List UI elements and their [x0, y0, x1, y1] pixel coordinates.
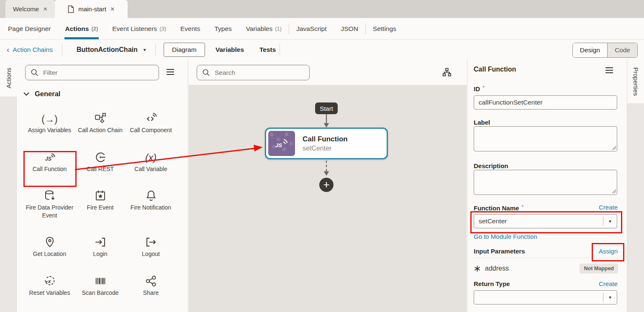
- call-function-icon: JS: [44, 147, 56, 164]
- node-subtitle: setCenter: [303, 145, 348, 152]
- call-component-icon: [145, 108, 157, 125]
- action-item-call-rest[interactable]: Call REST: [75, 147, 126, 173]
- action-item-label: Call Function: [33, 165, 67, 173]
- hierarchy-layout-icon[interactable]: [442, 67, 452, 77]
- create-return-type-link[interactable]: Create: [599, 280, 618, 287]
- filter-field[interactable]: [25, 65, 159, 80]
- action-item-label: Reset Variables: [29, 289, 70, 297]
- back-to-action-chains-link[interactable]: ‹ Action Chains: [7, 40, 53, 60]
- action-item-label: Assign Variables: [28, 126, 71, 134]
- code-mode-button[interactable]: Code: [607, 43, 637, 57]
- get-location-icon: [44, 232, 56, 248]
- properties-vertical-tab[interactable]: Properties: [627, 60, 644, 103]
- vertical-tab-label: Properties: [632, 67, 639, 96]
- node-title: Call Function: [303, 135, 348, 143]
- action-chain-canvas[interactable]: Start JS Call Function setCenter +: [189, 85, 467, 312]
- document-icon: [68, 5, 74, 13]
- tab-label: main-start: [78, 5, 106, 13]
- js-function-icon: JS: [268, 131, 295, 156]
- action-item-login[interactable]: Login: [75, 232, 126, 258]
- description-textarea[interactable]: [474, 170, 617, 195]
- return-type-select[interactable]: ▾: [474, 290, 617, 304]
- create-function-link[interactable]: Create: [599, 204, 618, 211]
- nav-settings[interactable]: Settings: [366, 18, 403, 39]
- action-item-reset-variables[interactable]: x Reset Variables: [24, 271, 75, 297]
- view-variables-button[interactable]: Variables: [216, 40, 244, 60]
- call-rest-icon: [94, 147, 107, 164]
- tab-main-start[interactable]: main-start ×: [55, 0, 128, 18]
- action-item-label: Fire Notification: [131, 204, 171, 212]
- chevron-down-icon: [23, 92, 29, 96]
- action-item-label: Call REST: [87, 165, 114, 173]
- nav-actions[interactable]: Actions(2): [58, 18, 105, 39]
- add-action-button[interactable]: +: [319, 178, 334, 192]
- assign-link[interactable]: Assign: [599, 248, 618, 255]
- go-to-module-function-link[interactable]: Go to Module Function: [474, 233, 537, 240]
- nav-javascript[interactable]: JavaScript: [289, 18, 334, 39]
- flow-connectors: [189, 85, 467, 312]
- description-field-label: Description: [474, 162, 508, 169]
- nav-json[interactable]: JSON: [334, 18, 365, 39]
- action-item-label: Call Action Chain: [78, 126, 123, 134]
- label-textarea[interactable]: [474, 126, 617, 151]
- id-field-label: ID*: [474, 84, 485, 92]
- return-type-label: Return Type: [474, 280, 510, 287]
- action-item-assign-variables[interactable]: (→) Assign Variables: [24, 108, 75, 134]
- fire-notification-icon: [145, 185, 157, 202]
- action-item-call-action-chain[interactable]: Call Action Chain: [75, 108, 126, 134]
- properties-menu-icon[interactable]: [605, 66, 614, 74]
- close-icon[interactable]: ×: [110, 5, 115, 13]
- action-item-fire-event[interactable]: Fire Event: [75, 185, 126, 219]
- nav-types[interactable]: Types: [207, 18, 239, 39]
- close-icon[interactable]: ×: [43, 5, 47, 13]
- nav-page-designer[interactable]: Page Designer: [1, 18, 58, 39]
- action-item-label: Call Variable: [134, 165, 167, 173]
- call-action-chain-icon: [94, 108, 107, 125]
- action-item-fire-data-provider-event[interactable]: Fire Data Provider Event: [24, 185, 75, 219]
- nav-events[interactable]: Events: [173, 18, 207, 39]
- svg-text:JS: JS: [275, 142, 282, 148]
- document-tab-bar: Welcome × main-start ×: [0, 0, 644, 18]
- actions-vertical-tab[interactable]: Actions: [0, 60, 17, 97]
- action-item-scan-barcode[interactable]: Scan Barcode: [75, 271, 126, 297]
- call-function-node[interactable]: JS Call Function setCenter: [265, 128, 388, 159]
- action-item-logout[interactable]: Logout: [126, 232, 176, 258]
- function-name-select[interactable]: setCenter ▾: [474, 214, 617, 228]
- logout-icon: [145, 232, 157, 248]
- action-item-label: Get Location: [33, 250, 66, 258]
- action-chain-dropdown[interactable]: ButtonActionChain ▾: [77, 40, 146, 60]
- action-item-call-component[interactable]: Call Component: [126, 108, 176, 134]
- search-icon: [202, 69, 210, 77]
- palette-menu-icon[interactable]: [165, 68, 175, 76]
- chevron-down-icon: ▾: [603, 294, 617, 300]
- action-item-label: Call Component: [130, 126, 172, 134]
- action-item-label: Fire Data Provider Event: [24, 204, 75, 219]
- view-tests-button[interactable]: Tests: [259, 40, 276, 60]
- left-dock-strip: Actions: [0, 60, 17, 312]
- reset-variables-icon: x: [44, 271, 56, 287]
- action-item-call-function[interactable]: JS Call Function: [24, 147, 75, 173]
- nav-count: (1): [275, 26, 282, 32]
- tab-welcome[interactable]: Welcome ×: [5, 0, 55, 18]
- nav-variables[interactable]: Variables(1): [239, 18, 289, 39]
- diagram-search-field[interactable]: [197, 65, 310, 80]
- section-divider: [474, 258, 618, 258]
- app-window: Welcome × main-start × Page Designer Act…: [0, 0, 644, 312]
- action-item-get-location[interactable]: Get Location: [24, 232, 75, 258]
- actions-palette: General (→) Assign Variables Call Action…: [17, 60, 188, 312]
- nav-event-listeners[interactable]: Event Listeners(3): [105, 18, 173, 39]
- general-section-header[interactable]: General: [23, 90, 60, 98]
- id-input[interactable]: [474, 95, 617, 110]
- properties-panel: Call Function ID* Label Description Func…: [467, 60, 626, 312]
- action-item-call-variable[interactable]: (x) Call Variable: [126, 147, 176, 173]
- view-diagram-button[interactable]: Diagram: [164, 43, 205, 57]
- tab-label: Welcome: [13, 5, 39, 13]
- design-mode-button[interactable]: Design: [573, 43, 607, 57]
- share-icon: [145, 271, 157, 287]
- properties-panel-title: Call Function: [474, 66, 516, 73]
- diagram-search-input[interactable]: [214, 69, 304, 77]
- required-parameter-icon: [474, 265, 481, 272]
- action-item-share[interactable]: Share: [126, 271, 176, 297]
- action-item-fire-notification[interactable]: Fire Notification: [126, 185, 176, 219]
- filter-input[interactable]: [42, 69, 154, 77]
